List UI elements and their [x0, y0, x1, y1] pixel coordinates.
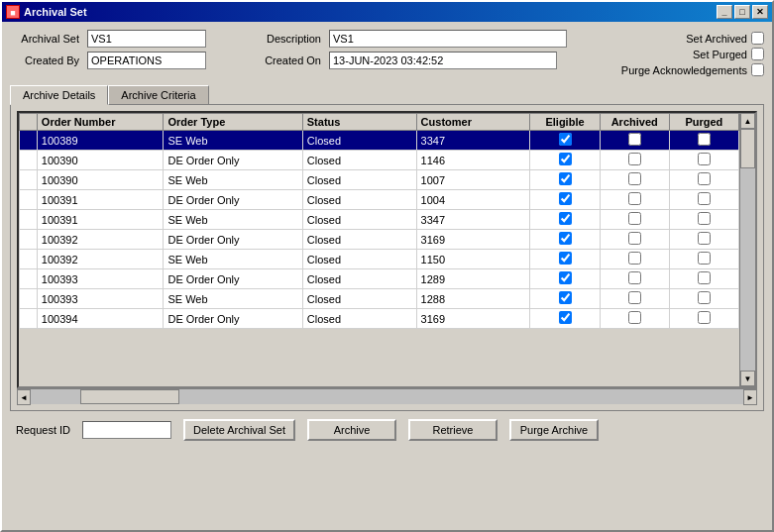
eligible-checkbox[interactable]: [559, 133, 572, 146]
table-wrapper: Order Number Order Type Status Customer …: [17, 111, 757, 388]
archived-checkbox[interactable]: [628, 311, 641, 324]
row-indicator-cell: [20, 131, 38, 151]
purge-ack-row: Purge Acknowledgements: [618, 63, 764, 76]
purged-checkbox[interactable]: [698, 153, 711, 165]
set-purged-label: Set Purged: [618, 49, 747, 60]
delete-archival-set-button[interactable]: Delete Archival Set: [183, 419, 295, 441]
purged-checkbox[interactable]: [698, 172, 711, 185]
purge-archive-button[interactable]: Purge Archive: [509, 419, 599, 441]
col-header-order-type: Order Type: [164, 114, 302, 131]
eligible-checkbox[interactable]: [559, 153, 572, 165]
archived-checkbox[interactable]: [628, 252, 641, 265]
cell-eligible: [530, 190, 600, 210]
scroll-down-button[interactable]: ▼: [740, 371, 755, 386]
eligible-checkbox[interactable]: [559, 271, 572, 284]
table-row[interactable]: 100392DE Order OnlyClosed3169: [20, 230, 739, 250]
table-scroll-area[interactable]: Order Number Order Type Status Customer …: [19, 113, 739, 386]
archival-set-input[interactable]: [87, 30, 206, 48]
cell-order-number: 100393: [37, 269, 164, 289]
purged-checkbox[interactable]: [698, 311, 711, 324]
cell-order-number: 100391: [37, 210, 164, 230]
archived-checkbox[interactable]: [628, 212, 641, 225]
eligible-checkbox[interactable]: [559, 232, 572, 245]
table-row[interactable]: 100390SE WebClosed1007: [20, 170, 739, 190]
scroll-up-button[interactable]: ▲: [740, 113, 755, 129]
cell-order-number: 100389: [37, 131, 164, 151]
cell-purged: [669, 309, 738, 329]
cell-order-number: 100390: [37, 170, 164, 190]
vertical-scrollbar[interactable]: ▲ ▼: [739, 113, 755, 386]
archived-checkbox[interactable]: [628, 153, 641, 165]
purged-checkbox[interactable]: [698, 192, 711, 205]
table-row[interactable]: 100394DE Order OnlyClosed3169: [20, 309, 739, 329]
archived-checkbox[interactable]: [628, 271, 641, 284]
purged-checkbox[interactable]: [698, 252, 711, 265]
form-row-2: Created By Created On: [10, 52, 618, 69]
eligible-checkbox[interactable]: [559, 291, 572, 304]
table-row[interactable]: 100393SE WebClosed1288: [20, 289, 739, 309]
retrieve-button[interactable]: Retrieve: [408, 419, 498, 441]
horizontal-scrollbar[interactable]: ◄ ►: [17, 388, 757, 404]
cell-archived: [600, 250, 669, 269]
archived-checkbox[interactable]: [628, 172, 641, 185]
cell-order-number: 100390: [37, 151, 164, 170]
request-id-input[interactable]: [82, 421, 171, 439]
close-button[interactable]: ✕: [752, 5, 768, 19]
archive-button[interactable]: Archive: [307, 419, 396, 441]
set-purged-checkbox[interactable]: [751, 48, 764, 60]
maximize-button[interactable]: □: [734, 5, 750, 19]
purge-ack-checkbox[interactable]: [751, 63, 764, 76]
row-indicator-cell: [20, 170, 38, 190]
table-header-row: Order Number Order Type Status Customer …: [20, 114, 739, 131]
purged-checkbox[interactable]: [698, 271, 711, 284]
created-on-input[interactable]: [329, 52, 557, 69]
tab-archive-criteria[interactable]: Archive Criteria: [108, 85, 208, 105]
created-by-input[interactable]: [87, 52, 206, 69]
purged-checkbox[interactable]: [698, 232, 711, 245]
cell-customer: 1288: [416, 289, 530, 309]
row-indicator-cell: [20, 151, 38, 170]
table-row[interactable]: 100391SE WebClosed3347: [20, 210, 739, 230]
cell-purged: [669, 151, 738, 170]
hscroll-thumb[interactable]: [80, 389, 179, 404]
table-row[interactable]: 100392SE WebClosed1150: [20, 250, 739, 269]
purged-checkbox[interactable]: [698, 291, 711, 304]
table-row[interactable]: 100389SE WebClosed3347: [20, 131, 739, 151]
cell-status: Closed: [302, 190, 416, 210]
scroll-right-button[interactable]: ►: [743, 389, 757, 405]
eligible-checkbox[interactable]: [559, 192, 572, 205]
cell-status: Closed: [302, 250, 416, 269]
archived-checkbox[interactable]: [628, 291, 641, 304]
archived-checkbox[interactable]: [628, 133, 641, 146]
eligible-checkbox[interactable]: [559, 311, 572, 324]
window-icon: ■: [6, 5, 20, 19]
cell-archived: [600, 210, 669, 230]
tab-archive-details[interactable]: Archive Details: [10, 85, 108, 105]
eligible-checkbox[interactable]: [559, 212, 572, 225]
description-input[interactable]: [329, 30, 567, 48]
tab-content: Order Number Order Type Status Customer …: [10, 104, 764, 411]
purged-checkbox[interactable]: [698, 212, 711, 225]
table-row[interactable]: 100393DE Order OnlyClosed1289: [20, 269, 739, 289]
created-on-label: Created On: [242, 54, 321, 66]
cell-order-type: SE Web: [164, 210, 302, 230]
cell-customer: 3347: [416, 131, 530, 151]
scroll-left-button[interactable]: ◄: [17, 389, 31, 405]
eligible-checkbox[interactable]: [559, 252, 572, 265]
main-window: ■ Archival Set _ □ ✕ Archival Set Descri…: [0, 0, 774, 532]
scroll-thumb[interactable]: [740, 129, 755, 168]
table-row[interactable]: 100390DE Order OnlyClosed1146: [20, 151, 739, 170]
purged-checkbox[interactable]: [698, 133, 711, 146]
archived-checkbox[interactable]: [628, 232, 641, 245]
scroll-track[interactable]: [740, 129, 755, 371]
hscroll-track[interactable]: [31, 389, 743, 404]
cell-order-number: 100392: [37, 230, 164, 250]
archived-checkbox[interactable]: [628, 192, 641, 205]
table-row[interactable]: 100391DE Order OnlyClosed1004: [20, 190, 739, 210]
cell-purged: [669, 230, 738, 250]
cell-order-type: DE Order Only: [164, 151, 302, 170]
set-archived-checkbox[interactable]: [751, 32, 764, 45]
eligible-checkbox[interactable]: [559, 172, 572, 185]
minimize-button[interactable]: _: [717, 5, 732, 19]
cell-eligible: [530, 131, 600, 151]
